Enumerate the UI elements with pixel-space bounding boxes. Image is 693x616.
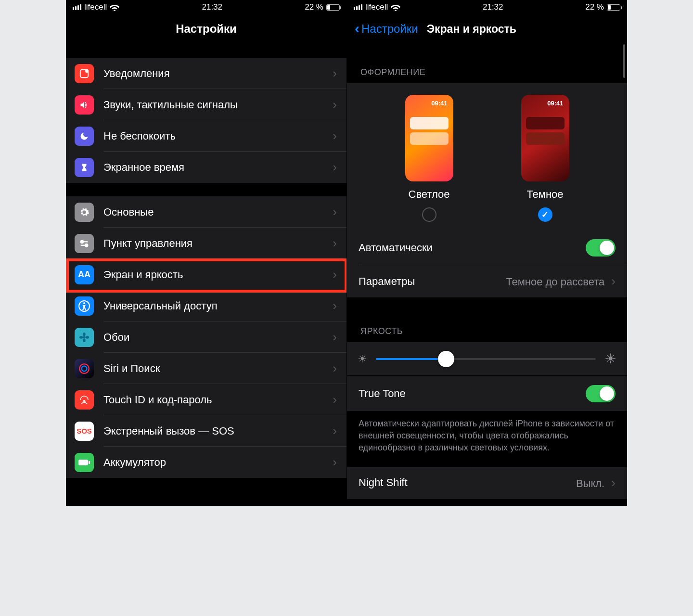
chevron-right-icon: › [323,97,346,112]
chevron-left-icon: ‹ [355,21,359,36]
svg-point-7 [83,302,85,304]
settings-group-1: Уведомления › Звуки, тактильные сигналы … [66,58,346,183]
page-title: Экран и яркость [427,23,516,36]
battery-percent: 22 % [305,2,323,12]
radio-light[interactable] [422,207,436,222]
row-wallpaper[interactable]: Обои › [66,321,346,353]
carrier-label: lifecell [84,2,107,12]
preview-light: 09:41 [405,95,453,181]
option-dark-label: Темное [526,188,563,201]
parameters-label: Параметры [359,275,415,288]
sun-large-icon: ☀︎ [604,351,616,367]
chevron-right-icon: › [323,298,346,313]
settings-group-2: Основные › Пункт управления › AA Экран и… [66,196,346,478]
signal-icon [73,4,81,10]
carrier-label: lifecell [365,2,388,12]
siri-icon [75,359,94,378]
phone-settings-root: lifecell 21:32 22 % Настройки Уведомлени… [66,0,346,506]
signal-icon [354,4,362,10]
svg-point-13 [79,364,89,373]
chevron-right-icon: › [607,274,616,288]
row-controlcenter[interactable]: Пункт управления › [66,228,346,259]
chevron-right-icon: › [323,160,346,175]
section-appearance-title: ОФОРМЛЕНИЕ [347,44,627,83]
fingerprint-icon [75,390,94,410]
truetone-footer: Автоматически адаптировать дисплей iPhon… [347,411,627,467]
row-screentime[interactable]: Экранное время › [66,152,346,183]
switches-icon [75,234,94,253]
back-button[interactable]: ‹ Настройки [355,22,418,36]
svg-point-11 [79,336,83,339]
svg-rect-16 [89,461,90,464]
battery-icon [326,4,340,11]
chevron-right-icon: › [323,128,346,143]
brightness-slider-row: ☀︎ ☀︎ [347,342,627,375]
svg-point-14 [82,366,87,371]
sun-small-icon: ☀︎ [358,353,367,365]
chevron-right-icon: › [323,236,346,251]
nav-header: ‹ Настройки Экран и яркость [347,13,627,44]
row-battery[interactable]: Аккумулятор › [66,447,346,478]
wifi-icon [110,3,119,11]
parameters-value: Темное до рассвета [506,276,604,288]
chevron-right-icon: › [323,424,346,438]
moon-icon [75,127,94,146]
flower-icon [75,328,94,347]
back-label: Настройки [361,22,418,36]
chevron-right-icon: › [323,66,346,81]
chevron-right-icon: › [323,330,346,345]
radio-dark[interactable] [538,207,552,222]
row-notifications[interactable]: Уведомления › [66,58,346,89]
svg-point-1 [85,69,89,72]
nav-header: Настройки [66,13,346,44]
row-nightshift[interactable]: Night Shift Выкл. › [347,467,627,499]
wifi-icon [391,3,400,11]
nightshift-value: Выкл. [576,477,604,489]
scroll-indicator [623,44,625,78]
row-sos[interactable]: SOS Экстренный вызов — SOS › [66,415,346,447]
chevron-right-icon: › [323,392,346,407]
row-siri[interactable]: Siri и Поиск › [66,353,346,384]
option-light-label: Светлое [409,188,450,201]
row-touchid[interactable]: Touch ID и код-пароль › [66,384,346,415]
row-display[interactable]: AA Экран и яркость › [66,259,346,290]
row-automatic: Автоматически [347,231,627,265]
nightshift-label: Night Shift [359,476,408,489]
toggle-automatic[interactable] [586,239,616,257]
row-general[interactable]: Основные › [66,196,346,228]
status-bar: lifecell 21:32 22 % [347,0,627,13]
speaker-icon [75,95,94,115]
row-dnd[interactable]: Не беспокоить › [66,120,346,152]
row-parameters[interactable]: Параметры Темное до рассвета › [347,265,627,297]
row-accessibility[interactable]: Универсальный доступ › [66,290,346,321]
hourglass-icon [75,158,94,177]
section-brightness-title: ЯРКОСТЬ [347,297,627,342]
accessibility-icon [75,296,94,316]
chevron-right-icon: › [323,455,346,470]
battery-row-icon [75,453,94,472]
svg-point-12 [86,336,89,339]
svg-rect-15 [78,460,88,465]
svg-point-2 [81,240,84,243]
svg-point-9 [83,332,86,335]
battery-percent: 22 % [585,2,604,12]
appearance-option-dark[interactable]: 09:41 Темное [521,95,569,222]
appearance-option-light[interactable]: 09:41 Светлое [405,95,453,222]
svg-point-8 [83,336,86,339]
phone-display-brightness: lifecell 21:32 22 % ‹ Настройки Экран и … [346,0,627,506]
chevron-right-icon: › [323,267,346,282]
chevron-right-icon: › [323,361,346,376]
truetone-label: True Tone [359,387,406,400]
brightness-slider[interactable] [376,358,596,360]
status-time: 21:32 [202,2,222,12]
chevron-right-icon: › [323,205,346,219]
page-title: Настройки [66,22,346,36]
row-sounds[interactable]: Звуки, тактильные сигналы › [66,89,346,120]
svg-point-4 [85,244,88,246]
gear-icon [75,203,94,222]
appearance-section: 09:41 Светлое 09:41 Темное [347,83,627,231]
toggle-truetone[interactable] [586,385,616,402]
row-truetone: True Tone [347,376,627,411]
battery-icon [607,4,620,11]
display-aa-icon: AA [75,265,94,284]
